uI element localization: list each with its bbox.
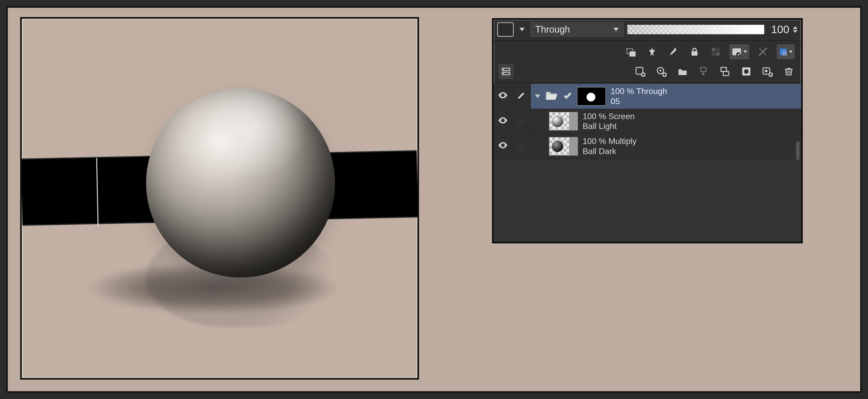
chevron-down-icon xyxy=(614,28,619,31)
layer-actions-bar xyxy=(494,62,801,81)
palette-color-dropdown[interactable] xyxy=(517,22,527,37)
svg-rect-6 xyxy=(716,52,720,56)
svg-rect-1 xyxy=(629,51,636,56)
layer-row-folder-05[interactable]: 100 % Through 05 xyxy=(494,84,801,109)
layer-name: Ball Light xyxy=(583,121,797,131)
layer-row-ball-light[interactable]: 100 % Screen Ball Light xyxy=(494,109,801,134)
folder-open-icon xyxy=(545,90,558,103)
visibility-toggle[interactable] xyxy=(494,109,512,134)
layer-name: Ball Dark xyxy=(583,147,797,156)
layers-header-row: Through 100 xyxy=(494,20,801,39)
svg-point-28 xyxy=(502,94,504,96)
opacity-slider[interactable] xyxy=(627,25,765,34)
canvas-preview xyxy=(20,17,419,379)
palette-color-swatch[interactable] xyxy=(497,22,514,37)
layer-thumbnail[interactable] xyxy=(549,137,578,156)
new-raster-layer-button[interactable] xyxy=(633,64,647,79)
layer-mask-thumbnail[interactable] xyxy=(577,87,606,105)
layer-info: 100 % Through xyxy=(611,87,797,96)
lock-transparency-icon xyxy=(709,44,723,59)
layer-name-block: 100 % Multiply Ball Dark xyxy=(583,136,797,156)
svg-rect-2 xyxy=(691,51,698,56)
canvas-scene xyxy=(22,19,417,378)
transfer-down-button xyxy=(696,64,711,79)
layer-content[interactable]: 100 % Multiply Ball Dark xyxy=(531,134,801,159)
visibility-toggle[interactable] xyxy=(494,134,512,159)
delete-layer-button[interactable] xyxy=(781,64,796,79)
eye-icon xyxy=(497,140,508,153)
eye-icon xyxy=(497,115,508,128)
layer-list: 100 % Through 05 xyxy=(494,84,801,242)
svg-point-14 xyxy=(503,73,504,74)
app-frame: Through 100 xyxy=(6,6,862,393)
svg-point-8 xyxy=(736,52,741,57)
sphere xyxy=(146,89,335,278)
merge-down-button[interactable] xyxy=(718,64,732,79)
svg-rect-4 xyxy=(716,48,720,51)
layer-info: 100 % Screen xyxy=(583,112,797,121)
layer-thumbnail[interactable] xyxy=(549,112,578,130)
svg-point-30 xyxy=(502,145,504,146)
svg-rect-10 xyxy=(782,51,787,56)
panel-view-toggle[interactable] xyxy=(499,64,513,79)
layer-name-block: 100 % Screen Ball Light xyxy=(583,112,797,131)
edit-target-toggle[interactable] xyxy=(512,134,531,159)
pencil-icon xyxy=(517,91,526,102)
layer-content[interactable]: 100 % Through 05 xyxy=(531,84,801,109)
apply-mask-button[interactable] xyxy=(760,64,775,79)
svg-rect-21 xyxy=(721,67,726,71)
layer-info: 100 % Multiply xyxy=(583,136,797,146)
edit-target-toggle[interactable] xyxy=(512,109,531,134)
divider xyxy=(494,40,801,41)
clip-indicator xyxy=(518,143,525,150)
svg-point-24 xyxy=(744,69,749,74)
draft-layer-icon[interactable] xyxy=(666,44,681,59)
svg-point-13 xyxy=(503,69,504,70)
chevron-down-icon xyxy=(789,51,793,53)
layer-color-button[interactable] xyxy=(777,44,795,59)
folder-expand-toggle[interactable] xyxy=(535,94,540,98)
clip-to-layer-icon[interactable] xyxy=(624,44,638,59)
blend-mode-value: Through xyxy=(535,24,570,35)
layer-content[interactable]: 100 % Screen Ball Light xyxy=(531,109,801,134)
enable-mask-button[interactable] xyxy=(730,44,749,59)
scrollbar-thumb[interactable] xyxy=(796,142,800,160)
edit-target-toggle[interactable] xyxy=(512,84,531,109)
reference-layer-icon[interactable] xyxy=(645,44,659,59)
check-icon xyxy=(563,91,572,102)
layer-row-ball-dark[interactable]: 100 % Multiply Ball Dark xyxy=(494,134,801,159)
new-folder-button[interactable] xyxy=(675,64,690,79)
svg-point-18 xyxy=(659,70,661,71)
chevron-down-icon xyxy=(743,51,747,53)
opacity-value: 100 xyxy=(768,23,789,36)
new-layer-mask-button[interactable] xyxy=(739,64,753,79)
layer-name-block: 100 % Through 05 xyxy=(611,87,797,106)
svg-point-29 xyxy=(502,119,504,121)
ruler-mask-icon xyxy=(755,44,770,59)
divider xyxy=(494,82,801,83)
eye-icon xyxy=(497,90,508,102)
layer-options-bar xyxy=(494,42,801,62)
new-vector-layer-button[interactable] xyxy=(654,64,669,79)
layers-panel: Through 100 xyxy=(492,18,803,243)
svg-rect-3 xyxy=(712,48,715,51)
svg-point-26 xyxy=(765,70,768,72)
lock-layer-icon[interactable] xyxy=(687,44,702,59)
blend-mode-select[interactable]: Through xyxy=(530,22,624,37)
clip-indicator xyxy=(518,118,525,125)
svg-rect-20 xyxy=(701,67,706,71)
opacity-stepper[interactable] xyxy=(793,26,798,33)
layer-name: 05 xyxy=(611,97,797,106)
svg-rect-22 xyxy=(723,71,729,75)
visibility-toggle[interactable] xyxy=(494,84,512,109)
svg-rect-5 xyxy=(712,52,715,56)
